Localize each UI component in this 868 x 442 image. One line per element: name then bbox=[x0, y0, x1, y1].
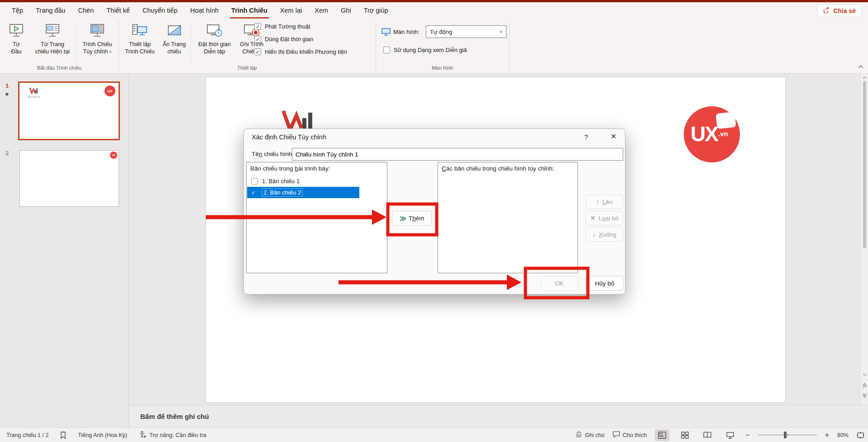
dialog-help-icon[interactable]: ? bbox=[584, 133, 588, 141]
checkbox-checked-icon: ✓ bbox=[251, 190, 258, 196]
tab-xem-lai[interactable]: Xem lại bbox=[274, 2, 308, 19]
checkbox-label: Sử dụng Dạng xem Diễn giả bbox=[394, 47, 467, 53]
notes-pane[interactable]: Bấm để thêm ghi chú bbox=[129, 405, 868, 428]
from-current-slide-button[interactable]: Từ Trangchiếu Hiện tại bbox=[30, 20, 75, 65]
zoom-in-button[interactable]: + bbox=[825, 431, 829, 439]
slide-thumbnail-2[interactable]: UX bbox=[19, 150, 119, 207]
ux-logo-card bbox=[715, 112, 736, 129]
tab-thiet-ke[interactable]: Thiết kế bbox=[100, 2, 136, 19]
checkbox-label: Hiển thị Điều khiển Phương tiện bbox=[265, 48, 347, 55]
tab-xem[interactable]: Xem bbox=[308, 2, 334, 19]
tab-chuyen-tiep[interactable]: Chuyển tiếp bbox=[136, 2, 184, 19]
checkbox-label: Dùng Đặt thời gian bbox=[265, 36, 313, 43]
next-slide-icon[interactable] bbox=[861, 391, 868, 399]
fit-slide-to-window-icon[interactable] bbox=[857, 432, 864, 439]
cancel-button[interactable]: Hủy bỏ bbox=[586, 276, 624, 290]
slide-thumbnail-1[interactable]: WIN GROUP UX bbox=[18, 81, 120, 140]
zoom-out-button[interactable]: − bbox=[745, 431, 749, 439]
ux-logo: UX .vn bbox=[684, 106, 740, 162]
add-button-label: Thêm bbox=[409, 215, 424, 222]
vertical-scrollbar[interactable] bbox=[860, 74, 868, 405]
from-beginning-button[interactable]: TừĐầu bbox=[3, 20, 30, 65]
scrollbar-thumb[interactable] bbox=[863, 81, 866, 248]
group-separator bbox=[509, 21, 510, 72]
up-button[interactable]: ↑ Lên bbox=[586, 195, 623, 209]
zoom-level[interactable]: 80% bbox=[837, 432, 849, 438]
presentation-slides-header: Bản chiếu trong bài trình bày: bbox=[250, 165, 387, 172]
ok-button[interactable]: OK bbox=[540, 276, 578, 290]
animation-star-icon[interactable]: ★ bbox=[5, 91, 10, 97]
custom-slideshow-button[interactable]: Trình ChiếuTùy chỉnh˅ bbox=[78, 20, 117, 65]
checkbox-use-presenter-view[interactable]: Sử dụng Dạng xem Diễn giả bbox=[383, 47, 467, 53]
accessibility-status[interactable]: Trợ năng: Cần điều tra bbox=[139, 431, 206, 439]
arrow-up-icon: ↑ bbox=[596, 198, 599, 205]
slide-sorter-view-button[interactable] bbox=[677, 429, 692, 441]
rehearse-timings-button[interactable]: Đặt thời gianDiễn tập bbox=[192, 20, 237, 65]
list-item-slide-1[interactable]: 1. Bản chiếu 1 bbox=[250, 176, 387, 187]
previous-slide-icon[interactable] bbox=[861, 381, 868, 390]
group-separator bbox=[119, 21, 119, 72]
dialog-title: Xác định Chiếu Tùy chỉnh bbox=[252, 133, 326, 141]
dialog-close-icon[interactable]: ✕ bbox=[610, 132, 616, 141]
tab-ghi[interactable]: Ghi bbox=[334, 2, 358, 19]
slide-thumbnail-panel: 1 ★ WIN GROUP UX 2 UX bbox=[0, 74, 129, 428]
checkbox-use-timings[interactable]: ✓ Dùng Đặt thời gian bbox=[254, 36, 347, 43]
custom-show-icon bbox=[89, 23, 105, 39]
zoom-slider-handle[interactable] bbox=[784, 432, 787, 438]
ux-logo-small: UX bbox=[105, 86, 115, 96]
notes-toggle[interactable]: Ghi chú bbox=[575, 431, 605, 439]
monitor-select[interactable]: Tự động ˅ bbox=[426, 25, 506, 38]
checkbox-play-narrations[interactable]: ✓ Phát Tường thuật bbox=[254, 23, 347, 30]
remove-x-icon: ✕ bbox=[590, 214, 596, 222]
language-status[interactable]: Tiếng Anh (Hoa Kỳ) bbox=[78, 432, 127, 438]
arrow-down-icon: ↓ bbox=[592, 231, 596, 238]
comments-toggle[interactable]: Chú thích bbox=[613, 431, 647, 439]
collapse-ribbon-icon[interactable] bbox=[858, 64, 863, 69]
setup-slideshow-button[interactable]: Thiết lậpTrình Chiếu bbox=[121, 20, 158, 65]
tab-trinh-chieu[interactable]: Trình Chiếu bbox=[225, 2, 274, 19]
share-button[interactable]: Chia sẻ bbox=[817, 4, 862, 17]
list-item-slide-2-selected[interactable]: ✓ 2. Bản chiếu 2 bbox=[247, 187, 359, 198]
ribbon-separator bbox=[76, 24, 76, 66]
ux-logo-text: UX bbox=[691, 122, 718, 146]
hide-slide-icon bbox=[167, 23, 182, 39]
normal-view-button[interactable] bbox=[655, 429, 669, 441]
tab-trang-dau[interactable]: Trang đầu bbox=[29, 2, 72, 19]
checkbox-checked-icon: ✓ bbox=[254, 36, 261, 43]
tab-tep[interactable]: Tệp bbox=[5, 2, 29, 19]
bookmark-icon[interactable] bbox=[60, 432, 66, 439]
custom-show-slides-list[interactable]: Các bản chiếu trong chiếu hình tùy chỉnh… bbox=[438, 162, 578, 273]
scroll-down-icon[interactable] bbox=[861, 371, 868, 379]
checkbox-show-media-controls[interactable]: ✓ Hiển thị Điều khiển Phương tiện bbox=[254, 48, 347, 55]
status-bar: Trang chiếu 1 / 2 Tiếng Anh (Hoa Kỳ) Trợ… bbox=[0, 428, 868, 442]
tab-hoat-hinh[interactable]: Hoạt hình bbox=[184, 2, 225, 19]
ribbon-separator bbox=[191, 24, 191, 66]
custom-show-slides-header: Các bản chiếu trong chiếu hình tùy chỉnh… bbox=[442, 165, 577, 172]
remove-button[interactable]: ✕ Loại bỏ bbox=[586, 211, 623, 225]
slideshow-view-button[interactable] bbox=[723, 429, 737, 441]
dropdown-chevron-icon: ˅ bbox=[109, 50, 111, 54]
ribbon: TừĐầu Từ Trangchiếu Hiện tại Trình Chiếu… bbox=[0, 19, 868, 74]
share-icon bbox=[823, 7, 830, 15]
checkbox-unchecked-icon bbox=[383, 47, 390, 53]
notes-placeholder[interactable]: Bấm để thêm ghi chú bbox=[140, 413, 209, 420]
add-button[interactable]: ≫ Thêm bbox=[392, 211, 432, 226]
presentation-slides-list[interactable]: Bản chiếu trong bài trình bày: 1. Bản ch… bbox=[246, 162, 387, 273]
slide-indicator: Trang chiếu 1 / 2 bbox=[6, 432, 48, 438]
setup-show-icon bbox=[131, 23, 148, 39]
play-from-start-icon bbox=[8, 23, 24, 39]
checkbox-unchecked-icon bbox=[251, 178, 258, 185]
play-from-current-icon bbox=[44, 23, 61, 39]
show-name-input[interactable] bbox=[292, 148, 623, 161]
ribbon-tab-bar: Tệp Trang đầu Chèn Thiết kế Chuyển tiếp … bbox=[0, 2, 868, 19]
monitor-icon bbox=[382, 28, 391, 38]
down-button[interactable]: ↓ Xuống bbox=[586, 227, 623, 242]
list-item-label: 1. Bản chiếu 1 bbox=[262, 178, 300, 185]
reading-view-button[interactable] bbox=[700, 429, 715, 441]
tab-tro-giup[interactable]: Trợ giúp bbox=[358, 2, 395, 19]
tab-chen[interactable]: Chèn bbox=[72, 2, 100, 19]
hide-slide-button[interactable]: Ẩn Trangchiếu bbox=[159, 20, 189, 65]
rehearse-timings-icon bbox=[206, 23, 223, 39]
zoom-slider[interactable] bbox=[758, 435, 817, 435]
zoom-slider-tick bbox=[787, 433, 788, 437]
